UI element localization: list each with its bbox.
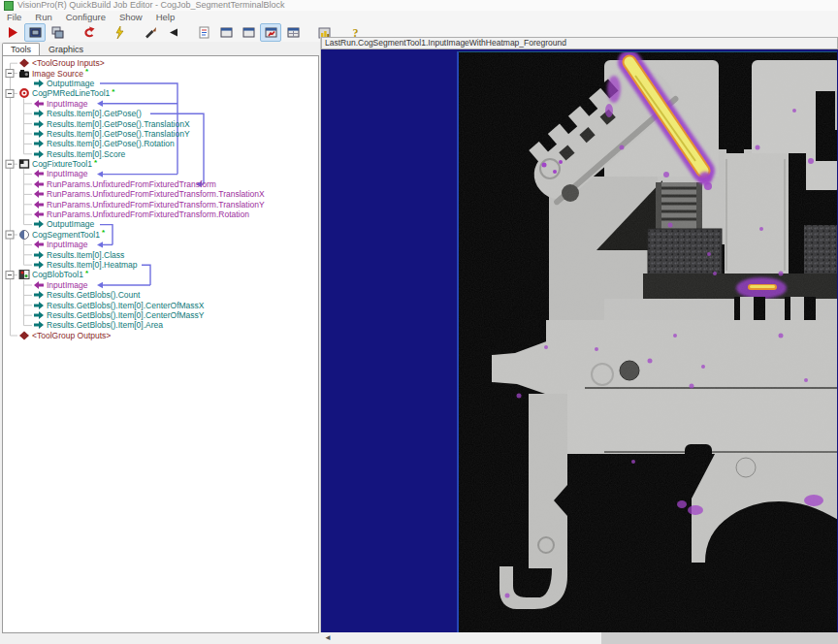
modified-asterisk: *: [112, 87, 114, 96]
posted-run-button[interactable]: [260, 23, 281, 42]
image-display-panel: LastRun.CogSegmentTool1.InputImageWithHe…: [320, 37, 838, 632]
modified-asterisk: *: [94, 158, 97, 167]
reset-button[interactable]: [78, 23, 99, 42]
window-icon: [220, 26, 233, 39]
paint-button[interactable]: [140, 23, 161, 42]
tree-item[interactable]: Results.Item[0].Class: [3, 249, 318, 259]
job-tree-panel: <ToolGroup Inputs>Image Source*OutputIma…: [2, 55, 319, 633]
tree-item-label: <ToolGroup Outputs>: [32, 331, 111, 340]
tree-item-label: Results.Item[0].Class: [47, 250, 124, 260]
tree-item[interactable]: RunParams.UnfixturedFromFixturedTransfor…: [3, 209, 318, 219]
tree-item-label: RunParams.UnfixturedFromFixturedTransfor…: [47, 209, 249, 219]
input-terminal-icon: [33, 189, 45, 199]
heatmap-image: [457, 51, 837, 632]
output-terminal-icon: [33, 79, 45, 88]
tree-item[interactable]: InputImage: [3, 99, 318, 109]
tree-item[interactable]: CogPMRedLineTool1*: [3, 88, 318, 98]
output-terminal-icon: [33, 320, 45, 330]
tree-item-label: OutputImage: [47, 79, 94, 88]
tree-item-label: CogBlobTool1: [32, 270, 83, 279]
pointer-icon: [167, 26, 179, 39]
tree-item[interactable]: Results.Item[0].GetPose().Rotation: [3, 139, 318, 148]
input-terminal-icon: [33, 99, 45, 109]
segment-tool-icon: [18, 230, 30, 240]
tree-item-label: InputImage: [47, 169, 88, 178]
tree-item[interactable]: InputImage: [3, 280, 318, 290]
tree-item-label: Results.GetBlobs().Item[0].CenterOfMassX: [47, 301, 205, 310]
tree-item-label: CogFixtureTool1: [32, 159, 92, 169]
tree-item[interactable]: <ToolGroup Outputs>: [3, 331, 318, 340]
tree-item[interactable]: Results.GetBlobs().Count: [3, 290, 318, 300]
scrollbar-thumb[interactable]: [601, 632, 838, 644]
run-job-button[interactable]: [2, 23, 23, 42]
window-3-button[interactable]: [282, 23, 304, 42]
tree-item[interactable]: Results.Item[0].Heatmap: [3, 260, 318, 270]
brush-icon: [145, 26, 157, 39]
tree-item[interactable]: CogBlobTool1*: [3, 270, 318, 279]
tree-item[interactable]: <ToolGroup Inputs>: [3, 58, 318, 68]
show-image-button[interactable]: [24, 23, 46, 42]
horizontal-scrollbar[interactable]: ◄: [320, 632, 838, 644]
input-terminal-icon: [33, 200, 45, 209]
tree-item[interactable]: CogFixtureTool1*: [3, 159, 318, 169]
menu-item-file[interactable]: File: [0, 12, 28, 22]
window-grid-icon: [287, 26, 300, 39]
tree-item[interactable]: RunParams.UnfixturedFromFixturedTransfor…: [3, 189, 318, 199]
menu-item-run[interactable]: Run: [28, 12, 58, 22]
job-notes-button[interactable]: [193, 23, 214, 42]
group-tool-icon: [18, 331, 30, 340]
tree-item[interactable]: Results.Item[0].GetPose(): [3, 109, 318, 118]
tree-item[interactable]: OutputImage: [3, 79, 318, 88]
tree-item[interactable]: RunParams.UnfixturedFromFixturedTransfor…: [3, 199, 318, 209]
input-terminal-icon: [33, 209, 45, 219]
scroll-left-arrow-icon[interactable]: ◄: [322, 632, 334, 644]
window-2-button[interactable]: [238, 23, 259, 42]
pmred-tool-icon: [18, 88, 30, 98]
tree-item[interactable]: CogSegmentTool1*: [3, 230, 318, 240]
left-panel-tabs: ToolsGraphics: [2, 42, 92, 55]
tree-item[interactable]: InputImage: [3, 240, 318, 249]
menu-item-help[interactable]: Help: [149, 12, 182, 22]
window-1-button[interactable]: [215, 23, 237, 42]
pointer-button[interactable]: [162, 23, 183, 42]
menu-item-show[interactable]: Show: [113, 12, 149, 22]
tree-item-label: <ToolGroup Inputs>: [32, 58, 105, 68]
trigger-button[interactable]: [109, 23, 130, 42]
tree-item-label: Results.Item[0].Heatmap: [47, 260, 138, 270]
menu-item-configure[interactable]: Configure: [59, 12, 113, 22]
show-image-copy-button[interactable]: [47, 23, 68, 42]
output-terminal-icon: [33, 119, 45, 129]
tree-item-label: Results.GetBlobs().Item[0].CenterOfMassY: [47, 310, 205, 320]
tab-graphics[interactable]: Graphics: [40, 43, 92, 55]
tree-item[interactable]: Results.GetBlobs().Item[0].Area: [3, 320, 318, 330]
tree-item[interactable]: RunParams.UnfixturedFromFixturedTransfor…: [3, 179, 318, 189]
tree-item[interactable]: Results.Item[0].Score: [3, 149, 318, 159]
tree-item[interactable]: InputImage: [3, 169, 318, 178]
tree-item[interactable]: Results.GetBlobs().Item[0].CenterOfMassX: [3, 300, 318, 309]
tree-item[interactable]: Results.Item[0].GetPose().TranslationY: [3, 129, 318, 139]
tree-item-label: Results.Item[0].GetPose(): [47, 109, 142, 118]
tree-item-label: RunParams.UnfixturedFromFixturedTransfor…: [47, 200, 265, 209]
tree-item[interactable]: Image Source*: [3, 68, 318, 78]
notes-icon: [198, 26, 210, 39]
tree-item-label: Results.GetBlobs().Item[0].Area: [47, 320, 163, 330]
output-terminal-icon: [33, 301, 45, 310]
tree-item-label: RunParams.UnfixturedFromFixturedTransfor…: [47, 189, 265, 199]
tree-item-label: InputImage: [47, 280, 88, 290]
input-terminal-icon: [33, 179, 45, 189]
app-icon: [4, 1, 14, 11]
tree-item-label: Results.Item[0].Score: [47, 149, 125, 159]
output-terminal-icon: [33, 149, 45, 159]
terminal-block-photo: [459, 52, 837, 632]
blob-tool-icon: [18, 270, 30, 279]
tree-item-label: Results.Item[0].GetPose().Rotation: [47, 139, 175, 148]
tree-item-label: CogPMRedLineTool1: [32, 88, 110, 98]
tree-item-label: RunParams.UnfixturedFromFixturedTransfor…: [47, 179, 216, 189]
image-display-area[interactable]: [321, 49, 838, 632]
tree-item[interactable]: OutputImage: [3, 219, 318, 229]
modified-asterisk: *: [102, 228, 105, 237]
tree-item[interactable]: Results.GetBlobs().Item[0].CenterOfMassY: [3, 310, 318, 320]
tree-item[interactable]: Results.Item[0].GetPose().TranslationX: [3, 118, 318, 128]
tab-tools[interactable]: Tools: [2, 43, 40, 55]
camera-tool-icon: [18, 69, 30, 79]
